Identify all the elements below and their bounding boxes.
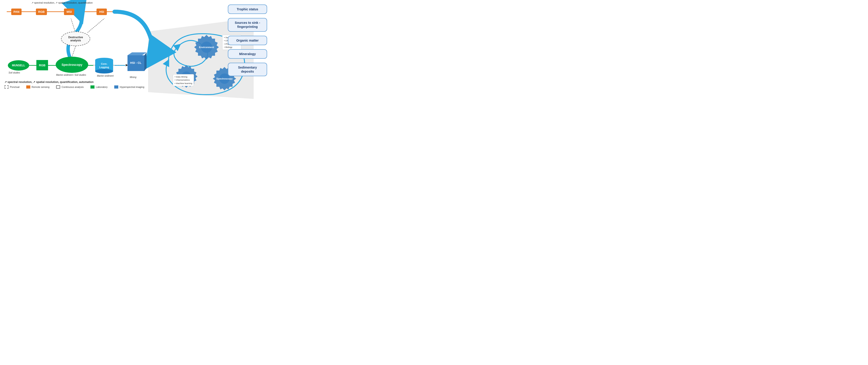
- legend-icon-white: [56, 85, 60, 89]
- svg-text:HSI - CL: HSI - CL: [130, 61, 142, 64]
- legend-icon-orange: [26, 85, 30, 89]
- soil-label: Soil studies: [8, 72, 20, 74]
- legend-remote-sensing: Remote sensing: [26, 85, 50, 89]
- svg-marker-14: [127, 52, 147, 55]
- legend-icon-blue: [114, 85, 118, 89]
- gear-environment: Environment: [194, 35, 219, 60]
- main-container: Environment Imaging Spectroscopy ↗ spect…: [0, 0, 269, 112]
- legend-continuous: Continuous analysis: [56, 85, 84, 89]
- legend: Ponctual Remote sensing Continuous analy…: [4, 85, 144, 89]
- legend-laboratory: Laboratory: [90, 85, 108, 89]
- legend-hyperspectral: Hyperspectral imaging: [114, 85, 144, 89]
- sensor-box-msi: MSI: [64, 8, 74, 15]
- svg-text:Spectroscopy: Spectroscopy: [216, 77, 233, 80]
- munsell-ellipse: MUNSELL: [8, 60, 29, 71]
- legend-ponctual: Ponctual: [4, 85, 20, 89]
- bottom-spectral-label: ↗ spectral resolution, ↗ spatial resolut…: [4, 81, 94, 84]
- marine-sediment-label: Marine sediment / Soil studies: [56, 74, 86, 76]
- sensor-box-pan: PAN: [11, 8, 22, 15]
- sensor-box-rgb: RGB: [36, 8, 47, 15]
- svg-marker-15: [144, 52, 147, 71]
- svg-text:Environment: Environment: [199, 46, 214, 49]
- btn-sources-to-sink[interactable]: Sources to sink - fingerprinting: [228, 18, 267, 31]
- mining-label: Mining: [130, 76, 136, 79]
- right-buttons-panel: Trophic status Sources to sink - fingerp…: [228, 4, 267, 76]
- dashed-line-2: [88, 19, 104, 33]
- svg-text:Core-: Core-: [101, 62, 107, 65]
- svg-point-10: [95, 69, 113, 74]
- spectroscopy-ellipse: Spectroscopy: [56, 57, 88, 73]
- dashed-line-3: [72, 46, 75, 57]
- legend-icon-dashed: [4, 85, 8, 89]
- rgb-green-square: RGB: [36, 60, 48, 71]
- dashed-line-1: [71, 19, 75, 33]
- destructive-analysis: Destructive analysis: [61, 31, 90, 46]
- top-spectral-label: ↗ spectral resolution, ↗ spatial resolut…: [31, 1, 93, 4]
- marine-sediment2-label: Marine sediment: [97, 75, 114, 77]
- btn-trophic-status[interactable]: Trophic status: [228, 4, 267, 14]
- btn-mineralogy[interactable]: Mineralogy: [228, 49, 267, 59]
- btn-organic-matter[interactable]: Organic matter: [228, 36, 267, 45]
- core-logging-svg: Core- Logging: [94, 57, 115, 74]
- data-info-box: • Data Mining • Chemometrics • Machine l…: [173, 74, 194, 86]
- svg-point-2: [201, 41, 212, 53]
- btn-sedimentary-deposits[interactable]: Sedimentary deposits: [228, 63, 267, 76]
- gear-circle-arrow: [174, 40, 208, 66]
- sensor-box-hsi: HSI: [96, 8, 107, 15]
- hsi-cl-svg: HSI - CL: [125, 51, 149, 74]
- svg-text:Logging: Logging: [99, 66, 109, 68]
- legend-icon-green: [90, 85, 94, 89]
